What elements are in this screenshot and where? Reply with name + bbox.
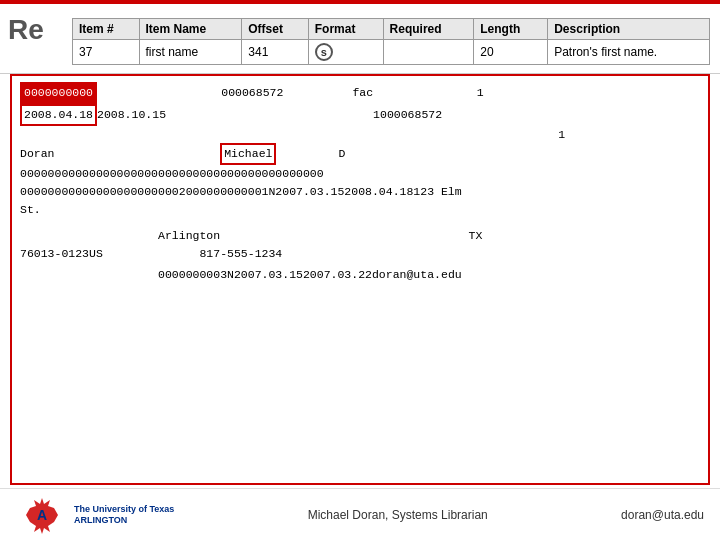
record-line-4: 0000000000000000000000000000000000000000…	[20, 165, 700, 183]
header-area: Re Item # Item Name Offset Format Requir…	[0, 4, 720, 74]
col-header-item-num: Item #	[73, 19, 140, 40]
col-header-description: Description	[548, 19, 710, 40]
logo-svg: A	[16, 496, 68, 534]
col-header-format: Format	[308, 19, 383, 40]
logo-text-block: The University of Texas ARLINGTON	[74, 504, 174, 526]
col-header-length: Length	[474, 19, 548, 40]
cell-length: 20	[474, 40, 548, 65]
item-info-table: Item # Item Name Offset Format Required …	[72, 18, 710, 65]
cell-description: Patron's first name.	[548, 40, 710, 65]
date-highlight-box: 2008.04.18	[20, 104, 97, 126]
record-line-2: 2008.04.182008.10.15 1000068572	[20, 104, 700, 126]
cell-offset: 341	[242, 40, 308, 65]
cell-item-name: first name	[139, 40, 242, 65]
presenter-name: Michael Doran, Systems Librarian	[308, 508, 488, 522]
highlight-box-1: 0000000000	[20, 82, 97, 104]
record-line-5b: St.	[20, 201, 700, 219]
table-row: 37 first name 341 s 20 Patron's first na…	[73, 40, 710, 65]
record-line-7: 76013-0123US 817-555-1234	[20, 245, 700, 263]
col-header-required: Required	[383, 19, 474, 40]
col-header-offset: Offset	[242, 19, 308, 40]
uta-logo: A	[16, 496, 68, 534]
page-title-partial: Re	[8, 14, 44, 46]
presenter-email: doran@uta.edu	[621, 508, 704, 522]
format-circle: s	[315, 43, 333, 61]
cell-required	[383, 40, 474, 65]
cell-format: s	[308, 40, 383, 65]
logo-area: A The University of Texas ARLINGTON	[16, 496, 174, 534]
record-display-area: 0000000000 000068572 fac 1 2008.04.18200…	[10, 74, 710, 485]
footer: A The University of Texas ARLINGTON Mich…	[0, 488, 720, 540]
record-line-5: 000000000000000000000002000000000001N200…	[20, 183, 700, 201]
logo-text-line1: The University of Texas	[74, 504, 174, 515]
col-header-item-name: Item Name	[139, 19, 242, 40]
header-table-container: Item # Item Name Offset Format Required …	[72, 18, 710, 65]
svg-text:A: A	[37, 507, 47, 523]
cell-item-num: 37	[73, 40, 140, 65]
record-line-1: 0000000000 000068572 fac 1	[20, 82, 700, 104]
name2-highlight-box: Michael	[220, 143, 276, 165]
record-line-3: Doran Michael D	[20, 143, 700, 165]
record-line-6: Arlington TX	[20, 227, 700, 245]
logo-text-line2: ARLINGTON	[74, 515, 174, 526]
record-line-2b: 1	[20, 126, 700, 144]
record-line-8: 0000000003N2007.03.152007.03.22doran@uta…	[20, 266, 700, 284]
